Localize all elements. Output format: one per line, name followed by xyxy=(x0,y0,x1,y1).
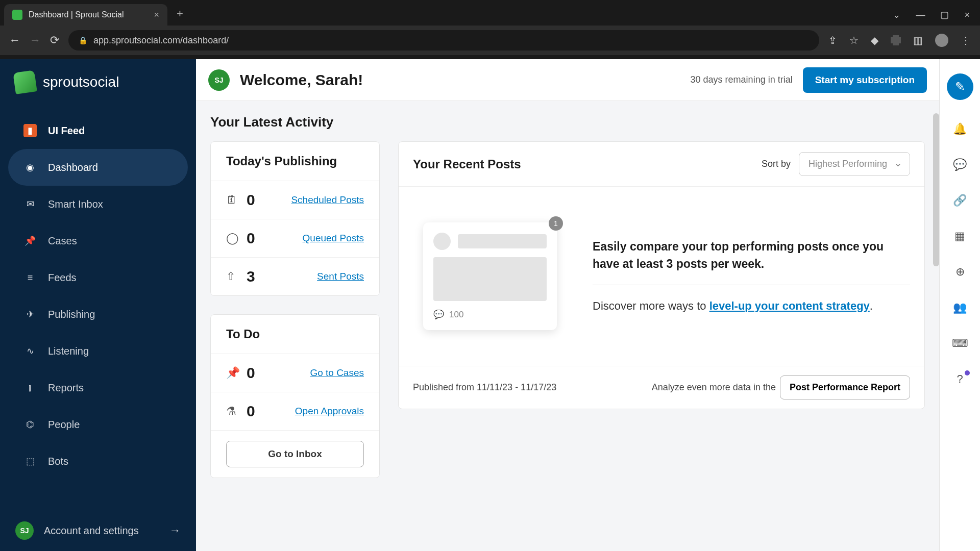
post-performance-report-button[interactable]: Post Performance Report xyxy=(780,375,910,399)
notification-dot-icon xyxy=(965,370,970,375)
profile-avatar-icon[interactable] xyxy=(935,34,948,47)
maximize-icon[interactable]: ▢ xyxy=(940,9,949,20)
close-tab-icon[interactable]: × xyxy=(154,10,159,20)
go-to-cases-link[interactable]: Go to Cases xyxy=(310,367,364,379)
account-settings-button[interactable]: SJ Account and settings → xyxy=(0,510,196,551)
url-input[interactable]: 🔒 app.sproutsocial.com/dashboard/ xyxy=(68,30,819,51)
nav-label: Dashboard xyxy=(48,162,98,173)
sidebar-item-dashboard[interactable]: ◉ Dashboard xyxy=(8,149,188,186)
add-button[interactable]: ⊕ xyxy=(953,265,967,279)
sort-group: Sort by Highest Performing xyxy=(762,152,910,176)
go-to-inbox-button[interactable]: Go to Inbox xyxy=(226,441,364,467)
minimize-icon[interactable]: — xyxy=(916,10,925,20)
pin-icon: 📌 xyxy=(226,366,241,380)
link-button[interactable]: 🔗 xyxy=(953,194,967,207)
divider xyxy=(593,285,910,285)
people-icon: ⌬ xyxy=(23,419,37,430)
posts-lead: Easily compare your top performing posts… xyxy=(593,238,910,272)
post-meta: 💬 100 xyxy=(433,309,547,320)
published-range: Published from 11/11/23 - 11/17/23 xyxy=(413,382,556,393)
content-scroll[interactable]: Your Latest Activity Today's Publishing … xyxy=(196,101,939,551)
count: 0 xyxy=(247,191,255,209)
main-area: SJ Welcome, Sarah! 30 days remaining in … xyxy=(196,59,939,551)
queued-posts-row: ◯ 0 Queued Posts xyxy=(211,219,379,257)
sidebar-item-ui-feed[interactable]: ▮ UI Feed xyxy=(8,112,188,149)
topbar: SJ Welcome, Sarah! 30 days remaining in … xyxy=(196,59,939,101)
share-icon[interactable]: ⇪ xyxy=(828,34,837,46)
logo[interactable]: sproutsocial xyxy=(0,71,196,93)
sidebar-item-publishing[interactable]: ✈ Publishing xyxy=(8,296,188,333)
sent-posts-row: ⇧ 3 Sent Posts xyxy=(211,257,379,295)
todays-publishing-card: Today's Publishing 🗓 0 Scheduled Posts ◯… xyxy=(210,141,380,296)
folder-icon: ▮ xyxy=(23,124,37,137)
extension-badge-icon[interactable]: ◆ xyxy=(871,34,878,46)
new-tab-button[interactable]: + xyxy=(177,7,183,20)
team-button[interactable]: 👥 xyxy=(953,301,967,314)
content-strategy-link[interactable]: level-up your content strategy xyxy=(709,299,870,312)
nav-label: Bots xyxy=(48,456,68,467)
approvals-icon: ⚗ xyxy=(226,405,241,418)
sidebar-item-listening[interactable]: ∿ Listening xyxy=(8,333,188,369)
posts-header: Your Recent Posts Sort by Highest Perfor… xyxy=(399,142,924,186)
nav-label: Smart Inbox xyxy=(48,198,103,210)
sidebar-item-people[interactable]: ⌬ People xyxy=(8,406,188,443)
browser-toolbar: ⇪ ☆ ◆ ▥ ⋮ xyxy=(828,34,971,47)
posts-sub: Discover more ways to level-up your cont… xyxy=(593,297,910,314)
gauge-icon: ◉ xyxy=(23,162,37,173)
keyboard-button[interactable]: ⌨ xyxy=(953,337,967,350)
menu-icon[interactable]: ⋮ xyxy=(961,34,971,46)
calendar-icon: 🗓 xyxy=(226,193,241,207)
compose-button[interactable]: ✎ xyxy=(947,73,973,100)
count: 0 xyxy=(247,230,255,247)
bookmark-icon[interactable]: ☆ xyxy=(849,34,859,46)
sidebar-item-bots[interactable]: ⬚ Bots xyxy=(8,443,188,480)
list-icon: ≡ xyxy=(23,272,37,283)
wave-icon: ∿ xyxy=(23,345,37,357)
welcome-heading: Welcome, Sarah! xyxy=(240,71,363,89)
notifications-button[interactable]: 🔔 xyxy=(953,122,967,136)
sidebar-item-smart-inbox[interactable]: ✉ Smart Inbox xyxy=(8,186,188,222)
sidebar-item-cases[interactable]: 📌 Cases xyxy=(8,222,188,259)
sent-posts-link[interactable]: Sent Posts xyxy=(317,271,364,282)
reload-button[interactable]: ⟳ xyxy=(50,34,59,47)
browser-tab[interactable]: Dashboard | Sprout Social × xyxy=(4,4,167,26)
scheduled-posts-link[interactable]: Scheduled Posts xyxy=(291,194,364,206)
scrollbar[interactable] xyxy=(933,113,939,266)
comment-icon: 💬 xyxy=(433,309,444,320)
nav-label: Reports xyxy=(48,382,84,394)
extensions-icon[interactable] xyxy=(891,35,901,45)
approvals-row: ⚗ 0 Open Approvals xyxy=(211,392,379,430)
sort-label: Sort by xyxy=(762,159,791,169)
queued-posts-link[interactable]: Queued Posts xyxy=(303,233,364,244)
chevron-down-icon[interactable]: ⌄ xyxy=(893,9,900,20)
lock-icon: 🔒 xyxy=(79,36,87,44)
nav-label: Account and settings xyxy=(44,525,139,537)
trial-status: 30 days remaining in trial xyxy=(691,74,793,85)
apps-button[interactable]: ▦ xyxy=(953,230,967,243)
chat-button[interactable]: 💬 xyxy=(953,158,967,171)
pencil-icon: ✎ xyxy=(955,80,965,94)
count: 0 xyxy=(247,364,255,382)
forward-button[interactable]: → xyxy=(30,34,41,47)
brand-text: sproutsocial xyxy=(43,74,119,90)
send-icon: ✈ xyxy=(23,309,37,320)
pin-icon: 📌 xyxy=(23,235,37,246)
nav-label: UI Feed xyxy=(48,125,85,137)
nav-label: Feeds xyxy=(48,272,77,284)
inbox-action-row: Go to Inbox xyxy=(211,430,379,478)
sidebar-item-feeds[interactable]: ≡ Feeds xyxy=(8,259,188,296)
address-bar: ← → ⟳ 🔒 app.sproutsocial.com/dashboard/ … xyxy=(0,26,980,55)
back-button[interactable]: ← xyxy=(9,34,20,47)
close-window-icon[interactable]: × xyxy=(964,10,970,20)
sidebar: sproutsocial ▮ UI Feed ◉ Dashboard ✉ Sma… xyxy=(0,59,196,551)
count: 0 xyxy=(247,403,255,420)
open-approvals-link[interactable]: Open Approvals xyxy=(295,406,364,417)
help-button[interactable]: ? xyxy=(953,372,967,386)
start-subscription-button[interactable]: Start my subscription xyxy=(803,67,927,93)
sidepanel-icon[interactable]: ▥ xyxy=(913,34,923,46)
window-controls: ⌄ — ▢ × xyxy=(893,9,980,20)
sort-select[interactable]: Highest Performing xyxy=(799,152,910,176)
sidebar-item-reports[interactable]: ⫿ Reports xyxy=(8,369,188,406)
nav-label: Publishing xyxy=(48,309,95,320)
count: 3 xyxy=(247,268,255,285)
